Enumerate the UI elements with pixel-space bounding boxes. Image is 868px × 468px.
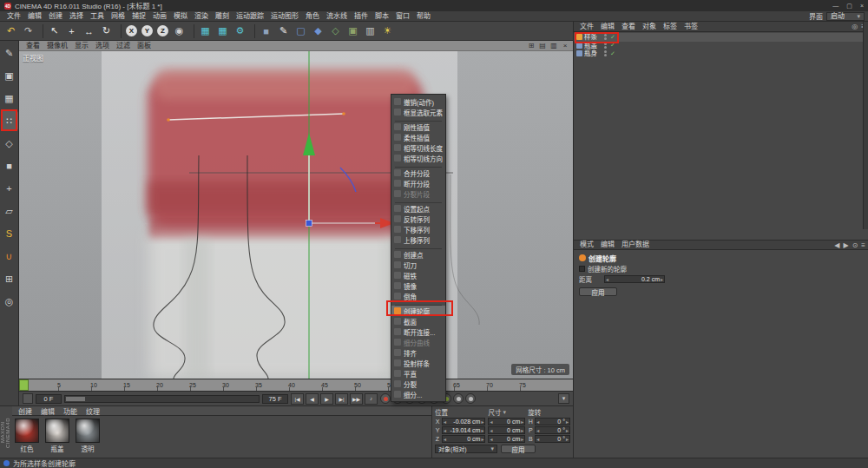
stepper-right-icon[interactable]: ▸ (521, 436, 523, 442)
viewport-menu-item[interactable]: 查看 (23, 41, 43, 51)
material-thumbnail[interactable] (15, 419, 39, 443)
object-manager-menu-item[interactable]: 标签 (660, 22, 681, 32)
timeline-ruler[interactable]: 051015202530354045505560657075 (19, 379, 573, 391)
stepper-right-icon[interactable]: ▸ (566, 419, 569, 425)
toolbar-icon[interactable]: + (63, 23, 80, 39)
tool-apply-button[interactable]: 应用 (579, 287, 617, 296)
mode-toolbar-icon[interactable]: ✎ (1, 43, 18, 63)
context-menu-item[interactable]: 细分... (391, 389, 445, 399)
viewport-pane-icon[interactable]: ▤ (538, 42, 547, 49)
context-menu-item[interactable]: 切刀 (391, 260, 445, 270)
attribute-manager-tab[interactable]: 模式 (576, 240, 597, 250)
toolbar-icon[interactable]: ⚙ (232, 23, 248, 39)
context-menu-item[interactable]: 截面 (391, 316, 445, 326)
material-item[interactable]: 透明 (75, 419, 101, 453)
record-button[interactable] (380, 393, 391, 404)
rotation-field[interactable]: ◂ 0 ° ▸ (535, 418, 570, 425)
attribute-manager-tab[interactable]: 用户数据 (618, 240, 653, 250)
menu-item[interactable]: 网格 (108, 11, 128, 22)
context-menu-item[interactable]: 磁铁 (391, 270, 445, 280)
menu-item[interactable]: 模拟 (170, 11, 191, 22)
toolbar-icon[interactable]: ↔ (81, 23, 97, 39)
material-thumbnail[interactable] (45, 419, 69, 443)
coordinate-mode-select[interactable]: 对象(相对) ▾ (435, 445, 497, 453)
toolbar-icon[interactable]: ◆ (310, 23, 326, 39)
object-row[interactable]: 瓶身 ✓ (574, 49, 868, 58)
stepper-left-icon[interactable]: ◂ (536, 436, 539, 442)
toolbar-icon[interactable]: ◇ (327, 23, 344, 39)
window-control-button[interactable]: ▢ (846, 0, 852, 11)
toolbar-icon[interactable]: ▥ (362, 23, 378, 39)
transport-button[interactable]: ▶ (320, 393, 333, 405)
menu-item[interactable]: 选择 (66, 11, 87, 22)
context-menu-item[interactable]: 排齐 (391, 347, 445, 358)
timeline-playhead[interactable] (19, 379, 29, 391)
coordinates-apply-button[interactable]: 应用 (501, 445, 536, 453)
enabled-check-icon[interactable]: ✓ (610, 50, 615, 57)
stepper-left-icon[interactable]: ◂ (536, 419, 539, 425)
menu-item[interactable]: 窗口 (392, 11, 413, 22)
panel-corner-icon[interactable]: ⊙ (852, 241, 858, 249)
menu-item[interactable]: 捕捉 (128, 11, 149, 22)
object-manager-menu-item[interactable]: 查看 (618, 22, 639, 32)
menu-item[interactable]: 工具 (87, 11, 108, 22)
object-manager-menu-item[interactable]: 书签 (681, 22, 701, 32)
mode-toolbar-icon[interactable]: ◎ (1, 292, 18, 311)
rotation-field[interactable]: ◂ 0 ° ▸ (535, 426, 570, 434)
material-menu-item[interactable]: 创建 (14, 406, 36, 416)
transport-button[interactable]: ▶| (335, 393, 348, 405)
rotation-field[interactable]: ◂ 0 ° ▸ (535, 435, 570, 443)
menu-item[interactable]: 运动跟踪 (233, 11, 267, 22)
menu-item[interactable]: 插件 (351, 11, 372, 22)
layout-select[interactable]: 启动 ▾ (826, 12, 865, 21)
stepper-right-icon[interactable]: ▸ (481, 427, 483, 433)
mode-toolbar-icon[interactable]: ■ (1, 156, 18, 175)
context-menu-item[interactable]: 相等切线方向 (391, 153, 445, 163)
context-menu-item[interactable]: 平直 (391, 368, 445, 379)
context-menu-item[interactable]: 撤销(动作) (391, 96, 445, 107)
context-menu-item[interactable]: 上移序列 (391, 234, 445, 245)
viewport-menu-item[interactable]: 摄像机 (43, 41, 71, 51)
context-menu-item[interactable]: 柔性插值 (391, 132, 445, 142)
context-menu-item[interactable]: 断开连接... (391, 326, 445, 337)
position-field[interactable]: ◂ 0 cm ▸ (442, 435, 485, 443)
toolbar-icon[interactable]: ↖ (46, 23, 62, 39)
stepper-left-icon[interactable]: ◂ (490, 436, 492, 442)
toolbar-icon[interactable]: Y (141, 25, 153, 36)
context-menu-item[interactable]: 刚性插值 (391, 122, 445, 132)
context-menu-item[interactable]: 相等切线长度 (391, 142, 445, 153)
menu-item[interactable]: 角色 (302, 11, 323, 22)
toolbar-icon[interactable]: Z (157, 25, 168, 36)
window-control-button[interactable]: × (860, 0, 864, 11)
toolbar-icon[interactable] (251, 24, 255, 38)
panel-corner-icon[interactable]: ≡ (861, 241, 865, 249)
stepper-left-icon[interactable]: ◂ (444, 419, 446, 425)
menu-item[interactable]: 运动图形 (267, 11, 302, 22)
attribute-manager-tab[interactable]: 编辑 (597, 240, 618, 250)
stepper-right-icon[interactable]: ▸ (566, 427, 569, 433)
toolbar-icon[interactable]: ▦ (197, 23, 214, 39)
position-field[interactable]: ◂ -19.014 cm ▸ (442, 426, 485, 434)
toolbar-icon[interactable]: ↷ (20, 23, 36, 39)
menu-item[interactable]: 动画 (149, 11, 170, 22)
size-field[interactable]: ◂ 0 cm ▸ (488, 435, 525, 443)
panel-corner-icon[interactable]: ◎ (852, 23, 858, 30)
stepper-right-icon[interactable]: ▸ (566, 436, 569, 442)
stepper-right-icon[interactable]: ▸ (481, 436, 483, 442)
context-menu-item[interactable]: 断开分段 (391, 178, 445, 188)
mode-toolbar-icon[interactable]: ⊞ (1, 269, 18, 288)
context-menu-item[interactable]: 框显选取元素 (391, 107, 445, 117)
toolbar-icon[interactable]: ◉ (171, 23, 187, 39)
mode-toolbar-icon[interactable]: ▣ (1, 66, 18, 85)
toolbar-icon[interactable] (190, 24, 194, 38)
timeline-slider-handle[interactable] (66, 397, 85, 401)
timeline-slider[interactable] (64, 395, 260, 403)
transport-button[interactable]: ♪ (365, 393, 378, 405)
size-field[interactable]: ◂ 0 cm ▸ (488, 418, 525, 425)
panel-corner-icon[interactable]: ◀ (834, 241, 839, 249)
record-button[interactable] (453, 393, 464, 404)
menu-item[interactable]: 创建 (45, 11, 66, 22)
mode-toolbar-icon[interactable]: + (1, 179, 18, 198)
stepper-right-icon[interactable]: ▸ (521, 427, 523, 433)
object-manager-scrollbar[interactable] (863, 22, 868, 229)
